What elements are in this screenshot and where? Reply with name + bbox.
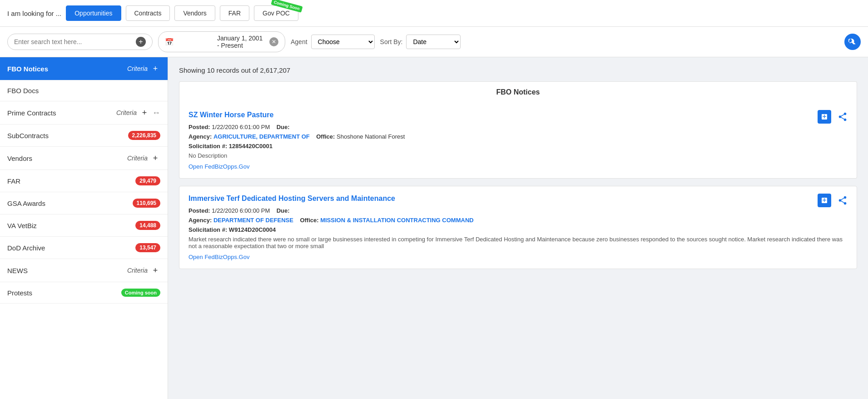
share-icon	[838, 195, 848, 205]
card-posted-meta: Posted: 1/22/2020 6:01:00 PM Due:	[188, 124, 848, 130]
sidebar-item-label: GSA Awards	[7, 200, 45, 207]
card-posted-meta: Posted: 1/22/2020 6:00:00 PM Due:	[188, 207, 848, 214]
add-to-list-button[interactable]	[818, 194, 831, 207]
criteria-text: Criteria	[127, 267, 148, 274]
solicitation-num: 12854420C0001	[229, 143, 273, 150]
top-bar: I am looking for ... Opportunities Contr…	[0, 0, 868, 27]
showing-text: Showing 10 records out of 2,617,207	[179, 66, 857, 74]
sidebar-item-label: FBO Notices	[7, 65, 48, 73]
card-external-link[interactable]: Open FedBizOpps.Gov	[188, 254, 249, 260]
sidebar-item-label: DoD Archive	[7, 244, 45, 252]
agent-label: Agent	[291, 38, 308, 45]
agent-box: Agent Choose	[291, 35, 375, 49]
card-actions	[818, 110, 849, 124]
count-badge: 29,479	[135, 176, 160, 185]
search-input[interactable]	[14, 38, 132, 45]
coming-soon-badge: Coming soon	[121, 289, 160, 297]
sidebar-item-label: NEWS	[7, 267, 28, 274]
share-button[interactable]	[836, 194, 849, 207]
content-area: Showing 10 records out of 2,617,207 FBO …	[168, 57, 868, 399]
sidebar-item-far[interactable]: FAR 29,479	[0, 170, 168, 192]
add-criteria-icon[interactable]: +	[150, 64, 160, 74]
card-agency-meta: Agency: AGRICULTURE, DEPARTMENT OF Offic…	[188, 133, 848, 140]
section-title: FBO Notices	[179, 81, 857, 103]
agency-label: Agency:	[188, 133, 212, 140]
search-icon	[848, 38, 857, 46]
opportunities-button[interactable]: Opportunities	[66, 5, 121, 21]
agency-label: Agency:	[188, 217, 212, 224]
sidebar-item-news[interactable]: NEWS Criteria +	[0, 259, 168, 282]
sidebar-item-fbo-notices[interactable]: FBO Notices Criteria +	[0, 57, 168, 80]
arrow-icon: ↔	[152, 108, 160, 118]
search-submit-button[interactable]	[844, 34, 861, 50]
sidebar-item-right: Criteria +	[127, 153, 160, 163]
card-external-link[interactable]: Open FedBizOpps.Gov	[188, 163, 249, 170]
govpoc-button[interactable]: Gov POC Coming Soon	[254, 5, 298, 21]
sidebar-item-dod-archive[interactable]: DoD Archive 13,547	[0, 237, 168, 259]
card-description: No Description	[188, 152, 848, 159]
criteria-text: Criteria	[127, 65, 148, 72]
sidebar-item-prime-contracts[interactable]: Prime Contracts Criteria + ↔	[0, 101, 168, 125]
sidebar-item-label: Prime Contracts	[7, 109, 56, 117]
sidebar-item-gsa-awards[interactable]: GSA Awards 110,695	[0, 192, 168, 214]
calendar-icon: 📅	[165, 38, 213, 46]
sidebar-item-vendors[interactable]: Vendors Criteria +	[0, 147, 168, 170]
date-range-text: January 1, 2001 - Present	[217, 35, 266, 49]
sidebar-item-label: FAR	[7, 177, 20, 185]
search-add-button[interactable]: +	[136, 37, 146, 47]
count-badge: 14,488	[135, 221, 160, 230]
clear-date-button[interactable]: ✕	[269, 37, 278, 46]
add-criteria-icon[interactable]: +	[150, 153, 160, 163]
share-icon	[838, 112, 848, 122]
plus-icon	[821, 197, 828, 204]
sidebar-item-right: Criteria + ↔	[116, 108, 160, 118]
sortby-box: Sort By: Date	[380, 35, 461, 49]
looking-for-label: I am looking for ...	[7, 10, 61, 17]
card-solicitation: Solicitation #: W9124D20C0004	[188, 226, 848, 233]
posted-label: Posted:	[188, 207, 210, 214]
add-to-list-button[interactable]	[818, 110, 831, 124]
result-card: Immersive Terf Dedicated Hosting Servers…	[179, 186, 857, 269]
sidebar-item-right: Criteria +	[127, 64, 160, 74]
solicitation-label: Solicitation #:	[188, 226, 227, 233]
add-criteria-icon[interactable]: +	[150, 265, 160, 275]
card-agency-meta: Agency: DEPARTMENT OF DEFENSE Office: MI…	[188, 217, 848, 224]
solicitation-num: W9124D20C0004	[229, 226, 276, 233]
agent-select[interactable]: Choose	[311, 35, 375, 49]
card-title[interactable]: SZ Winter Horse Pasture	[188, 111, 848, 119]
search-bar-row: + 📅 January 1, 2001 - Present ✕ Agent Ch…	[0, 27, 868, 57]
card-solicitation: Solicitation #: 12854420C0001	[188, 143, 848, 150]
sidebar-item-label: SubContracts	[7, 132, 49, 140]
sidebar-item-subcontracts[interactable]: SubContracts 2,226,835	[0, 125, 168, 147]
add-criteria-icon[interactable]: +	[139, 108, 149, 118]
vendors-button[interactable]: Vendors	[174, 5, 215, 21]
main-layout: FBO Notices Criteria + FBO Docs Prime Co…	[0, 57, 868, 399]
due-label: Due:	[277, 124, 290, 130]
count-badge: 110,695	[133, 199, 160, 208]
result-card: SZ Winter Horse Pasture Posted: 1/22/202…	[179, 103, 857, 179]
sidebar-item-label: FBO Docs	[7, 87, 39, 95]
office-label: Office:	[316, 133, 335, 140]
sidebar-item-label: Protests	[7, 289, 32, 297]
share-button[interactable]	[836, 110, 849, 124]
date-filter[interactable]: 📅 January 1, 2001 - Present ✕	[158, 31, 285, 52]
sidebar-item-protests[interactable]: Protests Coming soon	[0, 282, 168, 304]
agency-name: DEPARTMENT OF DEFENSE	[213, 217, 293, 224]
due-label: Due:	[277, 207, 290, 214]
card-title[interactable]: Immersive Terf Dedicated Hosting Servers…	[188, 195, 848, 203]
contracts-button[interactable]: Contracts	[126, 5, 170, 21]
sidebar-item-label: VA VetBiz	[7, 222, 37, 229]
sortby-select[interactable]: Date	[406, 35, 461, 49]
solicitation-label: Solicitation #:	[188, 143, 227, 150]
sidebar-item-right: Criteria +	[127, 265, 160, 275]
office-name: Shoshone National Forest	[337, 133, 405, 140]
office-name: MISSION & INSTALLATION CONTRACTING COMMA…	[320, 217, 474, 224]
sidebar-item-va-vetbiz[interactable]: VA VetBiz 14,488	[0, 214, 168, 237]
posted-date: 1/22/2020 6:00:00 PM	[212, 207, 270, 214]
far-button[interactable]: FAR	[220, 5, 249, 21]
sortby-label: Sort By:	[380, 38, 403, 45]
sidebar: FBO Notices Criteria + FBO Docs Prime Co…	[0, 57, 168, 399]
search-box: +	[7, 34, 153, 50]
sidebar-item-fbo-docs[interactable]: FBO Docs	[0, 80, 168, 101]
criteria-text: Criteria	[127, 155, 148, 162]
